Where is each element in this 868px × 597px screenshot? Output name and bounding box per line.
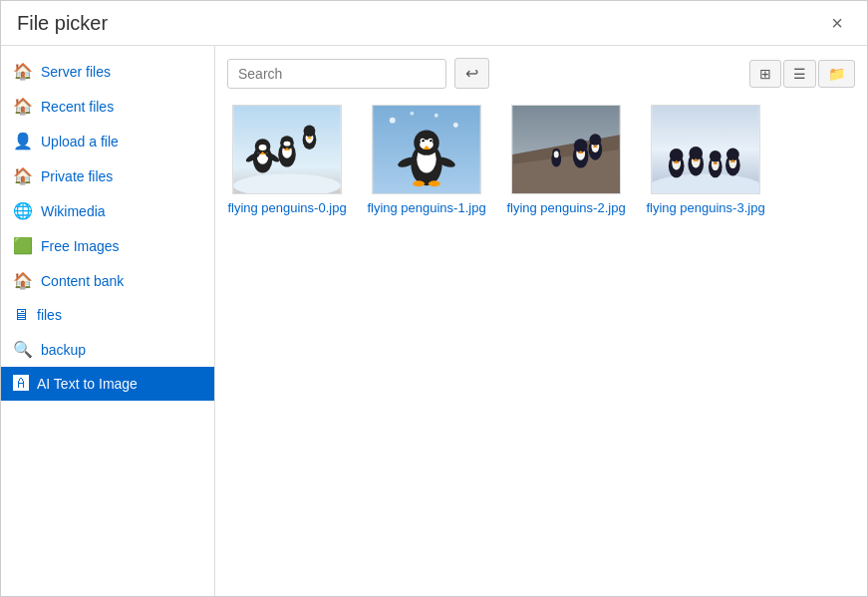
files-icon: 🖥: [13, 306, 29, 324]
dialog-body: 🏠Server files🏠Recent files👤Upload a file…: [1, 46, 867, 596]
toolbar: ↩ ⊞ ☰ 📁: [227, 58, 855, 89]
svg-point-22: [410, 112, 414, 116]
close-button[interactable]: ×: [823, 11, 851, 35]
free-images-icon: 🟩: [13, 236, 33, 255]
files-label: files: [37, 307, 62, 323]
file-thumbnail-2: [511, 105, 621, 194]
file-item-3[interactable]: flying penguins-3.jpg: [646, 105, 765, 215]
file-thumbnail-1: [372, 105, 481, 194]
svg-point-19: [390, 118, 396, 124]
recent-files-icon: 🏠: [13, 97, 33, 116]
grid-view-icon: ⊞: [759, 66, 771, 82]
server-files-icon: 🏠: [13, 62, 33, 81]
content-bank-label: Content bank: [41, 273, 124, 289]
sidebar-item-files[interactable]: 🖥files: [1, 298, 214, 332]
dialog-title: File picker: [17, 12, 108, 35]
search-input[interactable]: [227, 59, 446, 89]
sidebar-item-private-files[interactable]: 🏠Private files: [1, 158, 214, 193]
svg-point-66: [726, 149, 739, 161]
svg-point-30: [430, 140, 432, 142]
file-thumbnail-3: [651, 105, 760, 194]
private-files-label: Private files: [41, 168, 113, 184]
folder-view-icon: 📁: [828, 66, 845, 82]
svg-point-62: [710, 150, 722, 162]
file-item-2[interactable]: flying penguins-2.jpg: [506, 105, 626, 215]
sidebar-item-free-images[interactable]: 🟩Free Images: [1, 228, 214, 263]
file-name-1: flying penguins-1.jpg: [367, 200, 485, 215]
wikimedia-icon: 🌐: [13, 201, 33, 220]
svg-point-45: [589, 134, 601, 146]
files-grid: flying penguins-0.jpg flying penguins-1.…: [227, 105, 855, 215]
grid-view-button[interactable]: ⊞: [749, 60, 781, 88]
svg-point-20: [453, 123, 458, 128]
svg-point-5: [259, 145, 267, 150]
back-icon: ↩: [465, 65, 478, 82]
list-view-button[interactable]: ☰: [783, 60, 816, 88]
svg-point-33: [429, 180, 440, 186]
file-item-1[interactable]: flying penguins-1.jpg: [367, 105, 486, 215]
folder-view-button[interactable]: 📁: [818, 60, 855, 88]
sidebar: 🏠Server files🏠Recent files👤Upload a file…: [1, 46, 215, 596]
content-bank-icon: 🏠: [13, 271, 33, 290]
server-files-label: Server files: [41, 64, 111, 80]
file-thumbnail-0: [232, 105, 342, 194]
svg-point-54: [670, 149, 684, 162]
dialog-header: File picker ×: [1, 1, 867, 46]
ai-text-to-image-icon: 🅰: [13, 375, 29, 393]
sidebar-item-content-bank[interactable]: 🏠Content bank: [1, 263, 214, 298]
ai-text-to-image-label: AI Text to Image: [37, 376, 138, 392]
file-name-2: flying penguins-2.jpg: [506, 200, 625, 215]
recent-files-label: Recent files: [41, 99, 114, 115]
svg-point-14: [304, 126, 316, 138]
svg-point-58: [689, 147, 703, 160]
back-button[interactable]: ↩: [454, 58, 489, 89]
file-name-0: flying penguins-0.jpg: [227, 200, 346, 215]
backup-icon: 🔍: [13, 340, 33, 359]
sidebar-item-server-files[interactable]: 🏠Server files: [1, 54, 214, 89]
svg-point-49: [554, 150, 559, 157]
free-images-label: Free Images: [41, 238, 120, 254]
content-area: ↩ ⊞ ☰ 📁: [215, 46, 867, 596]
file-name-3: flying penguins-3.jpg: [646, 200, 764, 215]
svg-point-10: [284, 142, 291, 147]
upload-file-label: Upload a file: [41, 134, 119, 149]
upload-file-icon: 👤: [13, 132, 33, 150]
backup-label: backup: [41, 342, 86, 358]
svg-point-32: [413, 180, 425, 186]
wikimedia-label: Wikimedia: [41, 203, 106, 219]
svg-point-29: [422, 140, 424, 142]
private-files-icon: 🏠: [13, 166, 33, 185]
sidebar-item-upload-file[interactable]: 👤Upload a file: [1, 124, 214, 158]
sidebar-item-wikimedia[interactable]: 🌐Wikimedia: [1, 193, 214, 228]
sidebar-item-recent-files[interactable]: 🏠Recent files: [1, 89, 214, 124]
file-picker-dialog: File picker × 🏠Server files🏠Recent files…: [0, 0, 868, 597]
svg-point-21: [434, 114, 438, 118]
list-view-icon: ☰: [793, 66, 806, 82]
sidebar-item-backup[interactable]: 🔍backup: [1, 332, 214, 367]
svg-point-41: [574, 139, 588, 152]
sidebar-item-ai-text-to-image[interactable]: 🅰AI Text to Image: [1, 367, 214, 401]
file-item-0[interactable]: flying penguins-0.jpg: [227, 105, 347, 215]
view-buttons: ⊞ ☰ 📁: [749, 60, 855, 88]
